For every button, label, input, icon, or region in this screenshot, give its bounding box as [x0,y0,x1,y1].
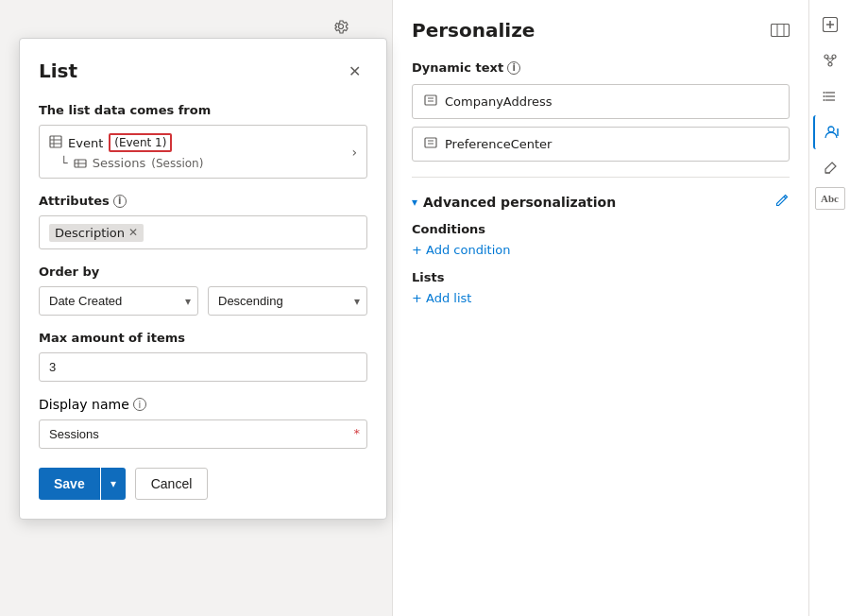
field-item-preference[interactable]: PreferenceCenter [412,127,790,162]
list-modal: List ✕ The list data comes from [19,38,387,520]
svg-rect-10 [425,95,436,105]
svg-point-31 [828,127,834,132]
event-row: Event (Event 1) [49,133,203,152]
add-condition-link[interactable]: + Add condition [412,243,510,257]
attributes-text: Attributes [39,194,110,208]
personalize-header: Personalize [412,19,790,42]
max-items-input[interactable] [39,352,367,382]
order-by-select[interactable]: Date Created Date Modified Name [39,286,198,316]
svg-line-22 [826,59,830,62]
toolbar-person-button[interactable] [813,115,847,149]
event-label: (Event 1) [109,133,172,152]
toolbar-connect-button[interactable] [813,43,847,77]
modal-footer: Save ▾ Cancel [39,468,367,500]
description-tag: Description ✕ [49,224,144,242]
advanced-section: ▾ Advanced personalization Conditions + … [412,193,790,318]
svg-point-30 [823,99,824,101]
display-name-info-icon[interactable]: i [133,398,146,411]
attribute-tag-text: Description [55,226,125,240]
indent-icon: └ [60,156,68,170]
edit-icon[interactable] [774,193,790,211]
display-name-wrapper: * [39,419,367,449]
svg-point-20 [832,55,836,59]
svg-point-28 [823,92,824,94]
max-items-label: Max amount of items [39,331,367,345]
field-icon-preference [424,136,437,152]
session-label: (Session) [151,157,203,170]
attributes-input[interactable]: Description ✕ [39,215,367,249]
toolbar-add-button[interactable] [813,8,847,42]
personalize-panel: Personalize Dynamic text i Com [392,0,808,616]
advanced-chevron-icon: ▾ [412,196,417,209]
toolbar-list-button[interactable] [813,79,847,113]
data-source-box[interactable]: Event (Event 1) └ Sessions (Session) [39,125,367,179]
order-by-row: Date Created Date Modified Name ▾ Descen… [39,286,367,316]
save-button[interactable]: Save [39,468,100,500]
toolbar-abc-button[interactable]: Abc [815,187,845,210]
order-direction-select[interactable]: Descending Ascending [208,286,367,316]
display-name-input[interactable] [39,419,367,449]
session-row: └ Sessions (Session) [60,156,203,170]
display-name-row: Display name i [39,397,367,412]
svg-point-19 [824,55,828,59]
preference-center-text: PreferenceCenter [445,137,552,151]
event-name: Event [68,136,103,150]
chevron-right-icon: › [351,145,357,160]
svg-rect-13 [425,138,436,147]
conditions-label: Conditions [412,222,790,236]
order-direction-select-wrapper: Descending Ascending ▾ [208,286,367,316]
add-list-link[interactable]: + Add list [412,291,471,305]
attributes-label: Attributes i [39,194,367,208]
data-source-content: Event (Event 1) └ Sessions (Session) [49,133,203,170]
lists-label: Lists [412,270,790,284]
personalize-title: Personalize [412,19,535,42]
dynamic-text-text: Dynamic text [412,60,503,75]
right-toolbar: Abc [808,0,850,616]
svg-rect-0 [50,136,61,147]
personalize-icon [771,21,790,41]
save-button-group: Save ▾ [39,468,126,500]
session-table-icon [74,157,87,170]
svg-point-29 [823,95,824,97]
advanced-title: Advanced personalization [423,195,616,210]
save-dropdown-button[interactable]: ▾ [101,468,126,500]
field-icon-company [424,94,437,110]
field-item-company[interactable]: CompanyAddress [412,84,790,119]
display-name-label: Display name [39,397,129,412]
required-star: * [354,426,361,440]
tag-close-icon[interactable]: ✕ [128,226,138,239]
modal-header: List ✕ [39,58,367,84]
abc-label: Abc [821,193,839,204]
toolbar-brush-button[interactable] [813,151,847,185]
session-name: Sessions [93,156,145,170]
dynamic-text-info-icon[interactable]: i [507,61,520,75]
divider [412,177,790,178]
attributes-info-icon[interactable]: i [113,195,127,208]
advanced-header: ▾ Advanced personalization [412,193,790,211]
svg-line-23 [830,59,834,62]
company-address-text: CompanyAddress [445,94,552,109]
dynamic-text-label: Dynamic text i [412,60,790,75]
data-source-label: The list data comes from [39,103,367,117]
modal-title: List [39,60,77,82]
table-icon [49,135,62,151]
order-by-label: Order by [39,265,367,279]
cancel-button[interactable]: Cancel [135,468,209,500]
svg-rect-7 [772,24,790,36]
svg-point-21 [828,62,832,66]
close-button[interactable]: ✕ [341,58,367,84]
order-by-select-wrapper: Date Created Date Modified Name ▾ [39,286,198,316]
advanced-title-row[interactable]: ▾ Advanced personalization [412,195,616,210]
